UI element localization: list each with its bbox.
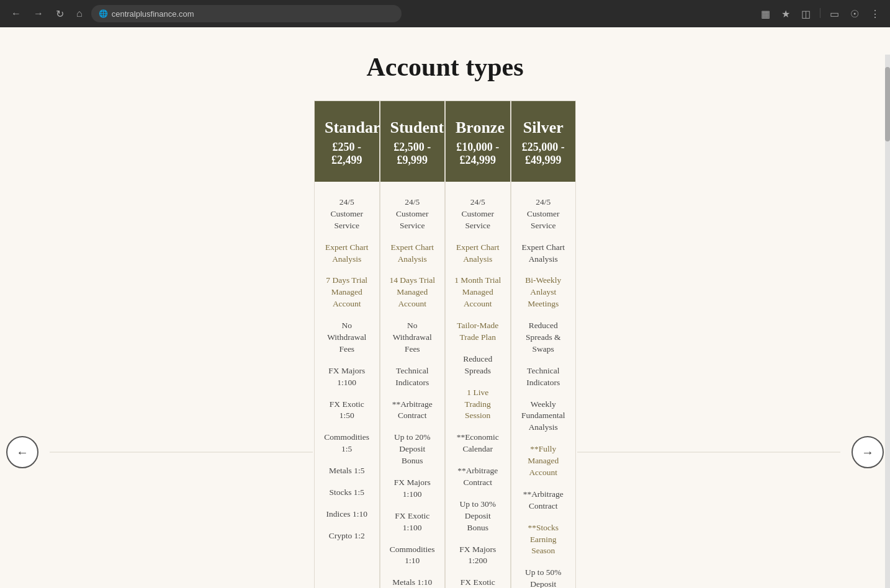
feature-item-student-0: 24/5 Customer Service bbox=[385, 192, 440, 237]
url-display: centralplusfinance.com bbox=[112, 9, 194, 19]
feature-item-standard-10: Crypto 1:2 bbox=[320, 525, 374, 547]
feature-item-standard-2: 7 Days Trial Managed Account bbox=[320, 270, 374, 315]
feature-item-student-3: No Withdrawal Fees bbox=[385, 315, 440, 360]
cards-wrapper: ← Standard£250 - £2,49924/5 Customer Ser… bbox=[0, 100, 890, 588]
feature-item-standard-6: Commodities 1:5 bbox=[320, 427, 374, 460]
feature-item-student-5: **Arbitrage Contract bbox=[385, 394, 440, 427]
scrollbar[interactable] bbox=[885, 55, 890, 588]
partial-card-right bbox=[577, 452, 840, 453]
browser-toolbar: ▦ ★ ◫ | ▭ ☉ ⋮ bbox=[758, 7, 883, 21]
forward-button[interactable]: → bbox=[30, 6, 47, 22]
feature-item-bronze-9: FX Majors 1:200 bbox=[451, 539, 505, 572]
home-button[interactable]: ⌂ bbox=[73, 6, 86, 22]
menu-icon[interactable]: ⋮ bbox=[868, 7, 883, 21]
feature-item-silver-8: **Stocks Earning Season bbox=[516, 517, 571, 563]
card-silver: Silver£25,000 - £49,99924/5 Customer Ser… bbox=[511, 100, 577, 588]
card-body-student: 24/5 Customer ServiceExpert Chart Analys… bbox=[380, 182, 445, 588]
card-header-standard: Standard£250 - £2,499 bbox=[315, 101, 379, 182]
split-screen-icon[interactable]: ▭ bbox=[827, 7, 842, 21]
feature-item-standard-1: Expert Chart Analysis bbox=[320, 237, 374, 270]
feature-item-standard-0: 24/5 Customer Service bbox=[320, 192, 374, 237]
feature-item-bronze-0: 24/5 Customer Service bbox=[451, 192, 505, 237]
feature-item-bronze-2: 1 Month Trial Managed Account bbox=[451, 270, 505, 315]
browser-chrome: ← → ↻ ⌂ 🌐 centralplusfinance.com ▦ ★ ◫ |… bbox=[0, 0, 890, 27]
feature-item-student-4: Technical Indicators bbox=[385, 360, 440, 394]
feature-item-silver-4: Technical Indicators bbox=[516, 360, 571, 394]
feature-item-silver-3: Reduced Spreads & Swaps bbox=[516, 315, 571, 360]
feature-item-bronze-5: 1 Live Trading Session bbox=[451, 382, 505, 427]
feature-item-bronze-8: Up to 30% Deposit Bonus bbox=[451, 494, 505, 539]
feature-item-bronze-1: Expert Chart Analysis bbox=[451, 237, 505, 270]
next-arrow[interactable]: → bbox=[852, 436, 884, 468]
feature-item-student-8: FX Exotic 1:100 bbox=[385, 506, 440, 539]
feature-item-standard-5: FX Exotic 1:50 bbox=[320, 394, 374, 427]
refresh-button[interactable]: ↻ bbox=[52, 6, 68, 22]
scrollbar-thumb[interactable] bbox=[885, 67, 890, 141]
feature-item-standard-7: Metals 1:5 bbox=[320, 460, 374, 482]
card-name-standard: Standard bbox=[325, 118, 369, 137]
feature-item-student-6: Up to 20% Deposit Bonus bbox=[385, 427, 440, 472]
feature-item-silver-7: **Arbitrage Contract bbox=[516, 484, 571, 517]
cast-icon[interactable]: ▦ bbox=[758, 7, 773, 21]
card-body-standard: 24/5 Customer ServiceExpert Chart Analys… bbox=[315, 182, 379, 557]
feature-item-standard-9: Indices 1:10 bbox=[320, 504, 374, 525]
card-student: Student£2,500 - £9,99924/5 Customer Serv… bbox=[380, 100, 446, 588]
prev-arrow[interactable]: ← bbox=[6, 436, 38, 468]
feature-item-standard-8: Stocks 1:5 bbox=[320, 482, 374, 504]
feature-item-student-1: Expert Chart Analysis bbox=[385, 237, 440, 270]
page-title: Account types bbox=[0, 27, 890, 100]
right-arrow-icon: → bbox=[861, 445, 874, 460]
feature-item-bronze-4: Reduced Spreads bbox=[451, 349, 505, 382]
left-arrow-icon: ← bbox=[16, 445, 29, 460]
feature-item-silver-9: Up to 50% Deposit Bonus bbox=[516, 562, 571, 588]
feature-item-student-10: Metals 1:10 bbox=[385, 572, 440, 588]
feature-item-bronze-7: **Arbitrage Contract bbox=[451, 460, 505, 494]
card-body-bronze: 24/5 Customer ServiceExpert Chart Analys… bbox=[446, 182, 510, 588]
card-standard: Standard£250 - £2,49924/5 Customer Servi… bbox=[314, 100, 380, 588]
profile-icon[interactable]: ☉ bbox=[848, 7, 861, 21]
card-header-bronze: Bronze£10,000 - £24,999 bbox=[446, 101, 510, 182]
card-header-student: Student£2,500 - £9,999 bbox=[380, 101, 445, 182]
address-bar[interactable]: 🌐 centralplusfinance.com bbox=[91, 5, 402, 22]
feature-item-student-9: Commodities 1:10 bbox=[385, 539, 440, 572]
feature-item-student-7: FX Majors 1:100 bbox=[385, 472, 440, 506]
card-body-silver: 24/5 Customer ServiceExpert Chart Analys… bbox=[511, 182, 576, 588]
card-range-standard: £250 - £2,499 bbox=[325, 141, 369, 167]
feature-item-student-2: 14 Days Trial Managed Account bbox=[385, 270, 440, 315]
feature-item-silver-6: **Fully Managed Account bbox=[516, 439, 571, 484]
feature-item-silver-1: Expert Chart Analysis bbox=[516, 237, 571, 270]
card-range-silver: £25,000 - £49,999 bbox=[521, 141, 566, 167]
feature-item-standard-4: FX Majors 1:100 bbox=[320, 360, 374, 394]
partial-card-left bbox=[50, 452, 313, 453]
card-range-bronze: £10,000 - £24,999 bbox=[456, 141, 500, 167]
card-name-student: Student bbox=[390, 118, 435, 137]
feature-item-standard-3: No Withdrawal Fees bbox=[320, 315, 374, 360]
feature-item-silver-0: 24/5 Customer Service bbox=[516, 192, 571, 237]
page-content: Account types ← Standard£250 - £2,49924/… bbox=[0, 27, 890, 588]
feature-item-bronze-6: **Economic Calendar bbox=[451, 427, 505, 460]
feature-item-silver-2: Bi-Weekly Anlayst Meetings bbox=[516, 270, 571, 315]
extensions-icon[interactable]: ◫ bbox=[799, 7, 813, 21]
card-name-silver: Silver bbox=[521, 118, 566, 137]
feature-item-bronze-10: FX Exotic 1:200 bbox=[451, 572, 505, 588]
card-header-silver: Silver£25,000 - £49,999 bbox=[511, 101, 576, 182]
card-range-student: £2,500 - £9,999 bbox=[390, 141, 435, 167]
bookmark-icon[interactable]: ★ bbox=[779, 7, 793, 21]
card-bronze: Bronze£10,000 - £24,99924/5 Customer Ser… bbox=[445, 100, 511, 588]
feature-item-bronze-3: Tailor-Made Trade Plan bbox=[451, 315, 505, 349]
cards-container: Standard£250 - £2,49924/5 Customer Servi… bbox=[314, 100, 576, 588]
card-name-bronze: Bronze bbox=[456, 118, 500, 137]
back-button[interactable]: ← bbox=[7, 6, 25, 22]
feature-item-silver-5: Weekly Fundamental Analysis bbox=[516, 394, 571, 439]
